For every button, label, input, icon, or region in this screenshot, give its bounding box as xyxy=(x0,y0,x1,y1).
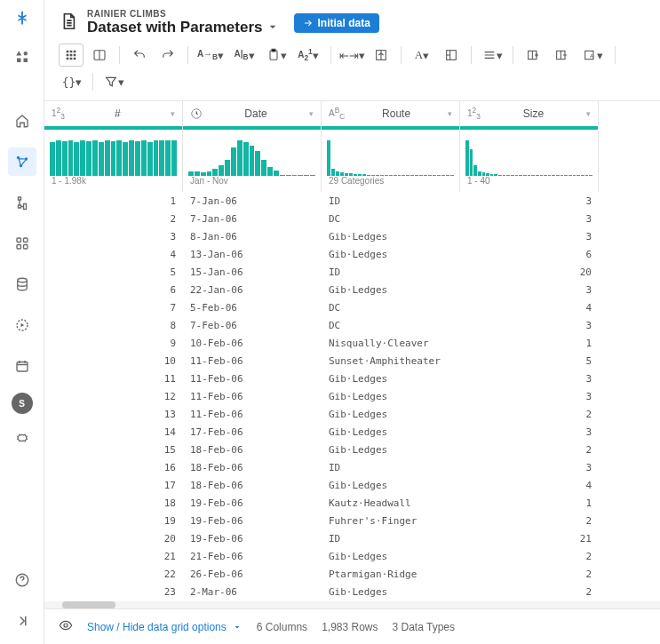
table-row[interactable]: 8 7-Feb-06 DC 3 xyxy=(44,316,599,334)
header: RAINIER CLIMBS Dataset with Parameters I… xyxy=(44,0,660,44)
cell-date: 18-Feb-06 xyxy=(183,458,322,476)
column-replace-button[interactable]: A|B▾ xyxy=(229,44,259,67)
cell-index: 17 xyxy=(44,476,183,494)
nav-help-icon[interactable] xyxy=(8,566,36,594)
table-row[interactable]: 18 19-Feb-06 Kautz·Headwall 1 xyxy=(44,494,599,512)
table-row[interactable]: 10 11-Feb-06 Sunset·Amphitheater 5 xyxy=(44,352,599,370)
table-row[interactable]: 14 17-Feb-06 Gib·Ledges 3 xyxy=(44,423,599,441)
cell-date: 11-Feb-06 xyxy=(183,387,322,405)
nav-apps-icon[interactable] xyxy=(8,229,36,258)
svg-rect-5 xyxy=(17,245,21,250)
table-row[interactable]: 21 21-Feb-06 Gib·Ledges 2 xyxy=(44,547,599,565)
table-row[interactable]: 7 5-Feb-06 DC 4 xyxy=(44,298,599,316)
column-header[interactable]: 123 Size ▾ 1 - 40 xyxy=(460,101,599,192)
nav-play-icon[interactable] xyxy=(8,311,36,339)
table-row[interactable]: 13 11-Feb-06 Gib·Ledges 2 xyxy=(44,405,599,423)
sort-icon[interactable]: ▾ xyxy=(586,109,591,118)
cell-size: 4 xyxy=(460,476,599,494)
document-icon xyxy=(59,12,78,34)
cell-index: 19 xyxy=(44,512,183,529)
cell-route: Gib·Ledges xyxy=(322,441,460,458)
column-histogram xyxy=(183,130,321,176)
sort-icon[interactable]: ▾ xyxy=(309,109,314,118)
column-header[interactable]: 123 # ▾ 1 - 1.98k xyxy=(44,101,183,192)
sort-icon[interactable]: ▾ xyxy=(171,109,175,118)
left-sidebar: S xyxy=(0,0,44,644)
initial-data-button[interactable]: Initial data xyxy=(294,13,378,33)
cell-size: 1 xyxy=(460,334,599,352)
table-row[interactable]: 19 19-Feb-06 Fuhrer's·Finger 2 xyxy=(44,512,599,529)
table-row[interactable]: 3 8-Jan-06 Gib·Ledges 3 xyxy=(44,227,599,245)
breadcrumb[interactable]: RAINIER CLIMBS xyxy=(87,9,280,19)
cell-route: Kautz·Headwall xyxy=(322,494,460,512)
table-row[interactable]: 12 11-Feb-06 Gib·Ledges 3 xyxy=(44,387,599,405)
insert-col-button[interactable] xyxy=(369,44,394,67)
cell-route: DC xyxy=(322,210,460,227)
cell-route: DC xyxy=(322,316,460,334)
table-row[interactable]: 11 11-Feb-06 Gib·Ledges 3 xyxy=(44,370,599,387)
arrow-right-icon xyxy=(303,18,314,28)
table-row[interactable]: 2 7-Jan-06 DC 3 xyxy=(44,210,599,227)
table-row[interactable]: 1 7-Jan-06 ID 3 xyxy=(44,192,599,210)
table-row[interactable]: 20 19-Feb-06 ID 21 xyxy=(44,529,599,547)
col-remove-button[interactable] xyxy=(549,44,574,67)
svg-text:A: A xyxy=(590,53,593,59)
sort-icon[interactable]: ▾ xyxy=(448,109,452,118)
horizontal-scrollbar[interactable] xyxy=(44,601,660,608)
expand-h-button[interactable]: ⇤⇥▾ xyxy=(338,44,365,67)
col-add-button[interactable] xyxy=(521,44,545,67)
cell-route: DC xyxy=(322,298,460,316)
table-row[interactable]: 5 15-Jan-06 ID 20 xyxy=(44,263,599,281)
toggle-options-link[interactable]: Show / Hide data grid options xyxy=(87,621,243,633)
cell-date: 17-Feb-06 xyxy=(183,423,322,441)
clipboard-button[interactable]: ▾ xyxy=(263,44,290,67)
column-header[interactable]: Date ▾ Jan - Nov xyxy=(183,101,322,192)
column-header[interactable]: ABC Route ▾ 29 Categories xyxy=(322,101,460,192)
table-row[interactable]: 16 18-Feb-06 ID 3 xyxy=(44,458,599,476)
grid-view-button[interactable] xyxy=(59,44,83,67)
chevron-down-icon[interactable] xyxy=(266,20,280,36)
table-row[interactable]: 9 10-Feb-06 Nisqually·Cleaver 1 xyxy=(44,334,599,352)
nav-graph-icon[interactable] xyxy=(8,147,36,176)
user-avatar[interactable]: S xyxy=(12,393,33,414)
nav-home-icon[interactable] xyxy=(8,107,36,135)
nav-settings-icon[interactable] xyxy=(8,426,36,455)
redo-button[interactable] xyxy=(155,44,180,67)
split-view-button[interactable] xyxy=(87,44,112,67)
table-row[interactable]: 22 26-Feb-06 Ptarmigan·Ridge 2 xyxy=(44,565,599,583)
table-row[interactable]: 17 18-Feb-06 Gib·Ledges 4 xyxy=(44,476,599,494)
table-row[interactable]: 6 22-Jan-06 Gib·Ledges 3 xyxy=(44,281,599,298)
filter-button[interactable]: ▾ xyxy=(100,70,127,93)
cell-index: 4 xyxy=(44,245,183,263)
undo-button[interactable] xyxy=(127,44,152,67)
cell-date: 5-Feb-06 xyxy=(183,298,322,316)
cell-date: 8-Jan-06 xyxy=(183,227,322,245)
cell-size: 2 xyxy=(460,565,599,583)
row-ops-button[interactable]: ▾ xyxy=(479,44,505,67)
nav-flow-icon[interactable] xyxy=(8,188,36,217)
cell-index: 21 xyxy=(44,547,183,565)
nav-collapse-icon[interactable] xyxy=(8,607,36,635)
table-row[interactable]: 4 13-Jan-06 Gib·Ledges 6 xyxy=(44,245,599,263)
replace-button[interactable]: A→B▾ xyxy=(195,44,226,67)
nav-shapes-icon[interactable] xyxy=(8,43,36,71)
sort-button[interactable]: A21▾ xyxy=(293,44,323,67)
column-range: 29 Categories xyxy=(322,176,459,192)
table-row[interactable]: 23 2-Mar-06 Gib·Ledges 2 xyxy=(44,583,599,600)
layout-button[interactable] xyxy=(439,44,464,67)
cell-date: 11-Feb-06 xyxy=(183,352,322,370)
code-button[interactable]: {}▾ xyxy=(59,70,85,93)
cell-date: 7-Jan-06 xyxy=(183,210,322,227)
nav-calendar-icon[interactable] xyxy=(8,352,36,380)
cell-index: 15 xyxy=(44,441,183,458)
cell-size: 3 xyxy=(460,458,599,476)
svg-point-20 xyxy=(64,624,68,627)
column-histogram xyxy=(460,130,598,176)
col-type-button[interactable]: A▾ xyxy=(577,44,608,67)
text-style-button[interactable]: A▾ xyxy=(409,44,435,67)
table-row[interactable]: 15 18-Feb-06 Gib·Ledges 2 xyxy=(44,441,599,458)
nav-database-icon[interactable] xyxy=(8,270,36,298)
chevron-down-icon xyxy=(232,622,243,632)
footer: Show / Hide data grid options 6 Columns … xyxy=(44,608,660,644)
data-grid[interactable]: 123 # ▾ 1 - 1.98k Date ▾ Jan - Nov ABC R… xyxy=(44,101,660,601)
